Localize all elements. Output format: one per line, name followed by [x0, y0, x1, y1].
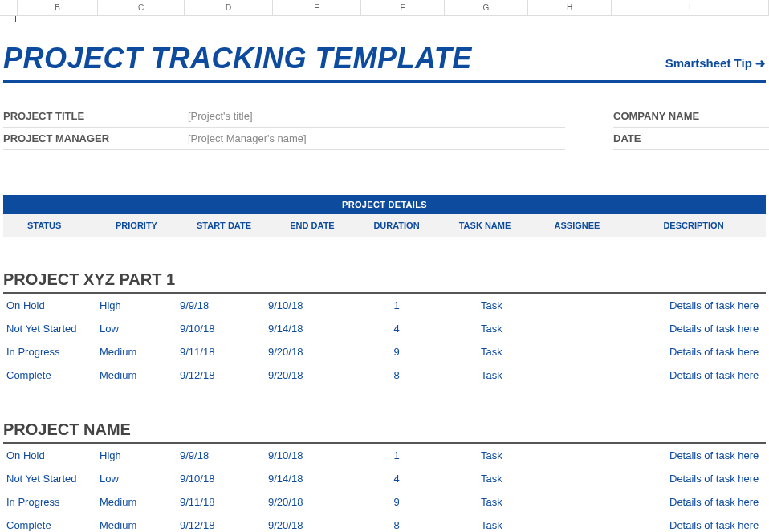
cell-start[interactable]: 9/10/18 [180, 323, 268, 335]
cell-task[interactable]: Task [437, 473, 533, 485]
smartsheet-tip-link[interactable]: Smartsheet Tip ➜ [665, 56, 766, 75]
cell-start[interactable]: 9/9/18 [180, 299, 268, 311]
cell-priority[interactable]: High [100, 449, 180, 461]
task-row[interactable]: CompleteMedium9/12/189/20/188TaskDetails… [3, 514, 766, 532]
cell-status[interactable]: Not Yet Started [3, 473, 100, 485]
cell-duration[interactable]: 9 [356, 346, 437, 358]
cell-assignee[interactable] [533, 346, 621, 358]
cell-status[interactable]: Complete [3, 519, 100, 531]
cell-task[interactable]: Task [437, 323, 533, 335]
cell-end[interactable]: 9/20/18 [268, 369, 356, 381]
col-header[interactable]: H [528, 0, 612, 15]
cell-task[interactable]: Task [437, 496, 533, 508]
task-headers: STATUS PRIORITY START DATE END DATE DURA… [3, 214, 766, 237]
section-title: PROJECT XYZ PART 1 [3, 270, 766, 294]
cell-duration[interactable]: 4 [356, 473, 437, 485]
task-row[interactable]: In ProgressMedium9/11/189/20/189TaskDeta… [3, 340, 766, 363]
cell-desc[interactable]: Details of task here [621, 346, 766, 358]
col-header[interactable]: G [445, 0, 528, 15]
cell-start[interactable]: 9/11/18 [180, 346, 268, 358]
cell-end[interactable]: 9/20/18 [268, 346, 356, 358]
cell-task[interactable]: Task [437, 449, 533, 461]
cell-priority[interactable]: Medium [100, 496, 180, 508]
cell-status[interactable]: In Progress [3, 496, 100, 508]
header-task: TASK NAME [437, 221, 533, 230]
cell-start[interactable]: 9/10/18 [180, 473, 268, 485]
cell-status[interactable]: Not Yet Started [3, 323, 100, 335]
cell-end[interactable]: 9/14/18 [268, 323, 356, 335]
page-title: PROJECT TRACKING TEMPLATE [3, 42, 472, 75]
header-assignee: ASSIGNEE [533, 221, 621, 230]
header-status: STATUS [3, 221, 100, 230]
col-header[interactable]: E [273, 0, 361, 15]
header-desc: DESCRIPTION [621, 221, 766, 230]
cell-start[interactable]: 9/12/18 [180, 369, 268, 381]
cell-end[interactable]: 9/10/18 [268, 299, 356, 311]
col-header[interactable]: C [98, 0, 185, 15]
section-title: PROJECT NAME [3, 420, 766, 444]
project-details-band: PROJECT DETAILS [3, 195, 766, 214]
cell-status[interactable]: Complete [3, 369, 100, 381]
task-row[interactable]: In ProgressMedium9/11/189/20/189TaskDeta… [3, 490, 766, 514]
task-row[interactable]: Not Yet StartedLow9/10/189/14/184TaskDet… [3, 467, 766, 490]
col-header[interactable]: B [18, 0, 98, 15]
cell-priority[interactable]: Medium [100, 369, 180, 381]
meta-label: COMPANY NAME [613, 110, 769, 122]
cell-duration[interactable]: 1 [356, 299, 437, 311]
cell-priority[interactable]: Low [100, 473, 180, 485]
cell-priority[interactable]: Medium [100, 346, 180, 358]
cell-status[interactable]: On Hold [3, 299, 100, 311]
cell-start[interactable]: 9/11/18 [180, 496, 268, 508]
cell-duration[interactable]: 9 [356, 496, 437, 508]
cell-task[interactable]: Task [437, 299, 533, 311]
cell-start[interactable]: 9/12/18 [180, 519, 268, 531]
cell-status[interactable]: On Hold [3, 449, 100, 461]
meta-label: PROJECT MANAGER [3, 132, 188, 144]
task-row[interactable]: Not Yet StartedLow9/10/189/14/184TaskDet… [3, 317, 766, 340]
col-header[interactable]: I [612, 0, 769, 15]
col-header[interactable]: F [361, 0, 445, 15]
task-row[interactable]: On HoldHigh9/9/189/10/181TaskDetails of … [3, 444, 766, 467]
meta-row-date: DATE [613, 128, 769, 150]
cell-end[interactable]: 9/20/18 [268, 496, 356, 508]
cell-end[interactable]: 9/10/18 [268, 449, 356, 461]
cell-assignee[interactable] [533, 323, 621, 335]
cell-priority[interactable]: Low [100, 323, 180, 335]
cell-priority[interactable]: Medium [100, 519, 180, 531]
cell-task[interactable]: Task [437, 369, 533, 381]
cell-assignee[interactable] [533, 299, 621, 311]
project-title-field[interactable]: [Project's title] [188, 110, 253, 122]
cell-desc[interactable]: Details of task here [621, 299, 766, 311]
col-header[interactable]: D [185, 0, 273, 15]
header-duration: DURATION [356, 221, 437, 230]
cell-assignee[interactable] [533, 473, 621, 485]
cell-desc[interactable]: Details of task here [621, 473, 766, 485]
cell-assignee[interactable] [533, 496, 621, 508]
cell-assignee[interactable] [533, 519, 621, 531]
cell-end[interactable]: 9/20/18 [268, 519, 356, 531]
task-row[interactable]: CompleteMedium9/12/189/20/188TaskDetails… [3, 363, 766, 387]
cell-assignee[interactable] [533, 369, 621, 381]
spreadsheet-column-headers: B C D E F G H I [0, 0, 769, 16]
cell-task[interactable]: Task [437, 346, 533, 358]
cell-task[interactable]: Task [437, 519, 533, 531]
cell-status[interactable]: In Progress [3, 346, 100, 358]
project-manager-field[interactable]: [Project Manager's name] [188, 132, 307, 144]
cell-desc[interactable]: Details of task here [621, 369, 766, 381]
active-cell-indicator [2, 16, 16, 22]
cell-assignee[interactable] [533, 449, 621, 461]
header-priority: PRIORITY [100, 221, 180, 230]
cell-duration[interactable]: 8 [356, 369, 437, 381]
cell-duration[interactable]: 8 [356, 519, 437, 531]
cell-desc[interactable]: Details of task here [621, 449, 766, 461]
cell-end[interactable]: 9/14/18 [268, 473, 356, 485]
cell-duration[interactable]: 1 [356, 449, 437, 461]
cell-duration[interactable]: 4 [356, 323, 437, 335]
cell-desc[interactable]: Details of task here [621, 323, 766, 335]
meta-label: PROJECT TITLE [3, 110, 188, 122]
cell-start[interactable]: 9/9/18 [180, 449, 268, 461]
task-row[interactable]: On HoldHigh9/9/189/10/181TaskDetails of … [3, 294, 766, 317]
cell-desc[interactable]: Details of task here [621, 496, 766, 508]
cell-desc[interactable]: Details of task here [621, 519, 766, 531]
cell-priority[interactable]: High [100, 299, 180, 311]
